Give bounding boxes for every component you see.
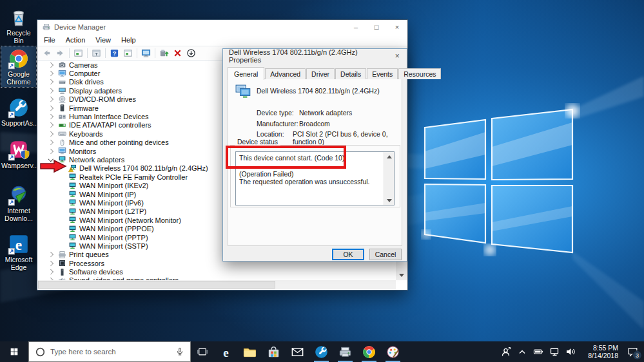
- forward-button[interactable]: [54, 48, 67, 59]
- export-button[interactable]: [90, 48, 103, 59]
- taskbar-app-device-manager[interactable]: [333, 341, 357, 362]
- desktop-icon-supportassist[interactable]: SupportAs...: [1, 95, 36, 129]
- microphone-icon[interactable]: [175, 347, 184, 356]
- tree-item-label: IDE ATA/ATAPI controllers: [69, 121, 151, 129]
- chevron-collapsed-icon[interactable]: [46, 104, 55, 111]
- tree-item-label: WAN Miniport (PPPOE): [79, 225, 154, 233]
- software-icon: [58, 268, 66, 276]
- chevron-collapsed-icon[interactable]: [46, 70, 55, 77]
- chevron-collapsed-icon[interactable]: [46, 79, 55, 86]
- tab-events[interactable]: Events: [367, 68, 398, 79]
- scrollbar-thumb[interactable]: [38, 281, 275, 289]
- taskbar-app-chrome[interactable]: [357, 341, 381, 362]
- taskbar-app-supportassist[interactable]: [309, 341, 333, 362]
- desktop-icon-label: Internet Downlo...: [1, 207, 36, 222]
- firmware-icon: [58, 104, 66, 112]
- hid-icon: [58, 113, 66, 121]
- chevron-collapsed-icon[interactable]: [46, 87, 55, 94]
- chevron-collapsed-icon[interactable]: [46, 122, 55, 129]
- taskbar-app-paint[interactable]: [381, 341, 405, 362]
- task-view-button[interactable]: [191, 341, 214, 362]
- tab-details[interactable]: Details: [335, 68, 366, 79]
- system-tray: 8:55 PM 8/14/2018 3: [498, 341, 644, 362]
- clock[interactable]: 8:55 PM 8/14/2018: [578, 344, 621, 359]
- tree-item[interactable]: Software devices: [38, 267, 396, 276]
- taskbar-app-edge[interactable]: e: [214, 341, 238, 362]
- desktop-icon-label: SupportAs...: [1, 120, 36, 128]
- help-button[interactable]: ?: [108, 48, 121, 59]
- scroll-down-icon[interactable]: [396, 270, 407, 280]
- display-icon: [58, 86, 66, 95]
- chevron-collapsed-icon[interactable]: [46, 61, 55, 68]
- taskbar-app-store[interactable]: [262, 341, 286, 362]
- tab-driver[interactable]: Driver: [306, 68, 335, 79]
- close-button[interactable]: ×: [387, 20, 407, 34]
- tree-item-label: Dell Wireless 1704 802.11b/g/n (2.4GHz): [79, 164, 208, 172]
- maximize-button[interactable]: □: [366, 20, 387, 34]
- tray-chevron-up-icon[interactable]: [514, 341, 530, 362]
- network-warning-icon: [68, 164, 77, 173]
- tree-item-label: Mice and other pointing devices: [69, 138, 169, 146]
- minimize-button[interactable]: –: [346, 20, 366, 34]
- tab-resources[interactable]: Resources: [398, 68, 441, 79]
- device-status-label: Device status: [235, 138, 280, 146]
- menu-file[interactable]: File: [39, 36, 61, 44]
- scroll-down-icon[interactable]: [384, 196, 394, 205]
- menu-bar: FileActionViewHelp: [37, 34, 407, 46]
- svg-text:e: e: [15, 236, 22, 253]
- chevron-collapsed-icon[interactable]: [46, 96, 55, 103]
- chevron-collapsed-icon[interactable]: [46, 113, 55, 120]
- desktop-icon-wamp[interactable]: Wampserv...: [1, 138, 36, 171]
- chevron-collapsed-icon[interactable]: [46, 251, 55, 258]
- tray-people-icon[interactable]: [498, 341, 514, 362]
- network-icon: [68, 233, 77, 242]
- tab-general[interactable]: General: [228, 67, 264, 80]
- tray-network-icon[interactable]: [546, 341, 562, 362]
- chevron-collapsed-icon[interactable]: [46, 130, 55, 137]
- chevron-collapsed-icon[interactable]: [46, 139, 55, 146]
- chevron-collapsed-icon[interactable]: [46, 260, 55, 267]
- start-button[interactable]: [0, 341, 28, 362]
- network-icon: [68, 207, 77, 216]
- tray-battery-icon[interactable]: [530, 341, 546, 362]
- chevron-collapsed-icon[interactable]: [46, 269, 55, 276]
- network-icon: [68, 173, 77, 181]
- disable-device-button[interactable]: [184, 48, 198, 59]
- tree-item-label: WAN Miniport (IKEv2): [79, 182, 148, 189]
- chevron-spacer: [57, 225, 66, 233]
- tray-volume-icon[interactable]: [562, 341, 578, 362]
- cancel-button[interactable]: Cancel: [369, 249, 402, 260]
- chrome-icon: [8, 48, 30, 70]
- menu-view[interactable]: View: [90, 36, 116, 44]
- menu-action[interactable]: Action: [61, 36, 91, 44]
- svg-text:?: ?: [113, 50, 117, 57]
- remote-desktop-button[interactable]: [139, 48, 153, 59]
- taskbar-app-mail[interactable]: [286, 341, 309, 362]
- chevron-spacer: [57, 216, 66, 224]
- desktop-icon-chrome[interactable]: Google Chrome: [1, 46, 36, 87]
- horizontal-scrollbar[interactable]: [38, 280, 396, 289]
- desktop-icon-recycle-bin[interactable]: Recycle Bin: [1, 5, 36, 46]
- ok-button[interactable]: OK: [332, 249, 364, 260]
- console-button[interactable]: [121, 48, 135, 59]
- tab-advanced[interactable]: Advanced: [265, 68, 306, 79]
- scroll-up-icon[interactable]: [384, 152, 394, 161]
- toolbar-separator: [69, 48, 70, 58]
- taskbar-app-file-explorer[interactable]: [238, 341, 262, 362]
- desktop-icon-edge[interactable]: eMicrosoft Edge: [1, 232, 36, 272]
- search-box[interactable]: Type here to search: [28, 341, 191, 362]
- tree-item-label: Display adapters: [69, 87, 122, 95]
- chevron-collapsed-icon[interactable]: [46, 148, 55, 155]
- menu-help[interactable]: Help: [116, 36, 141, 44]
- back-button[interactable]: [40, 48, 54, 59]
- status-scrollbar[interactable]: [384, 152, 394, 205]
- uninstall-button[interactable]: [171, 48, 184, 59]
- update-driver-button[interactable]: [157, 48, 171, 59]
- console-button[interactable]: [72, 48, 85, 59]
- chevron-spacer: [57, 234, 66, 241]
- desktop-icon-idm[interactable]: Internet Downlo...: [1, 183, 36, 224]
- tree-item-label: Realtek PCIe FE Family Controller: [79, 173, 188, 181]
- action-center-button[interactable]: 3: [621, 341, 644, 362]
- dialog-close-icon[interactable]: ×: [388, 49, 407, 63]
- clock-date: 8/14/2018: [578, 352, 618, 359]
